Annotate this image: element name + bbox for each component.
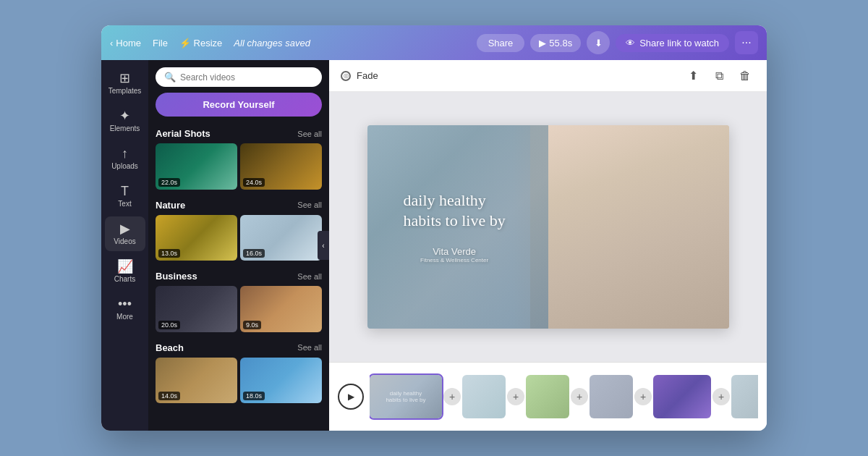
search-icon: 🔍 xyxy=(164,72,176,83)
timeline-add-1[interactable]: + xyxy=(443,388,461,405)
more-icon: ••• xyxy=(118,297,132,311)
play-time-button[interactable]: ▶ 55.8s xyxy=(530,34,581,52)
timeline-play-button[interactable]: ▶ xyxy=(338,384,364,410)
aerial-clip-1-duration: 22.0s xyxy=(158,178,180,187)
record-yourself-button[interactable]: Record Yourself xyxy=(156,93,322,117)
canvas-area: ◎ Fade ⬆ ⧉ 🗑 xyxy=(329,60,767,431)
top-bar-left: ‹ Home File ⚡ Resize All changes saved xyxy=(110,38,471,48)
more-options-button[interactable]: ··· xyxy=(735,31,758,54)
resize-menu[interactable]: ⚡ Resize xyxy=(179,38,222,48)
business-see-all[interactable]: See all xyxy=(297,272,322,281)
aerial-grid: 22.0s 24.0s xyxy=(148,143,329,197)
top-bar-menu: File ⚡ Resize All changes saved xyxy=(153,38,310,48)
app-window: ‹ Home File ⚡ Resize All changes saved S… xyxy=(101,25,767,431)
sidebar-item-text[interactable]: T Text xyxy=(105,179,145,214)
nature-clip-1[interactable]: 13.0s xyxy=(156,215,237,261)
delete-button[interactable]: 🗑 xyxy=(735,66,755,86)
timeline-clip-5[interactable] xyxy=(653,375,711,418)
nature-clip-2-duration: 16.0s xyxy=(243,249,265,258)
search-box[interactable]: 🔍 xyxy=(156,67,322,87)
beach-see-all[interactable]: See all xyxy=(297,343,322,352)
timeline-add-4[interactable]: + xyxy=(634,388,652,405)
nature-grid: 13.0s 16.0s xyxy=(148,215,329,269)
sidebar-item-templates[interactable]: ⊞ Templates xyxy=(105,66,145,101)
more-label: More xyxy=(116,313,133,321)
timeline-clip-4[interactable] xyxy=(590,375,633,418)
canvas-toolbar: ◎ Fade ⬆ ⧉ 🗑 xyxy=(329,60,767,92)
videos-panel: 🔍 Record Yourself Aerial Shots See all 2… xyxy=(148,60,329,431)
sidebar-item-uploads[interactable]: ↑ Uploads xyxy=(105,141,145,176)
beach-clip-1[interactable]: 14.0s xyxy=(156,358,237,404)
duplicate-button[interactable]: ⧉ xyxy=(709,66,729,86)
eye-icon: 👁 xyxy=(626,38,635,48)
timeline-add-2[interactable]: + xyxy=(507,388,524,405)
download-icon: ⬇ xyxy=(595,38,603,48)
aerial-see-all[interactable]: See all xyxy=(297,130,322,138)
toolbar-left: ◎ Fade xyxy=(341,70,378,81)
beach-clip-2-duration: 18.0s xyxy=(243,392,265,400)
search-input[interactable] xyxy=(180,72,313,83)
timeline-add-5[interactable]: + xyxy=(712,388,730,405)
share-toolbar-button[interactable]: ⬆ xyxy=(683,66,703,86)
charts-icon: 📈 xyxy=(117,260,133,273)
business-clip-1[interactable]: 20.0s xyxy=(156,286,237,332)
canvas-slide: daily healthy habits to live by Vita Ver… xyxy=(367,125,729,329)
home-label: Home xyxy=(116,38,141,48)
nature-clip-2[interactable]: 16.0s xyxy=(240,215,322,261)
nature-section-header: Nature See all xyxy=(148,197,329,215)
share-watch-button[interactable]: 👁 Share link to watch xyxy=(616,34,729,52)
charts-label: Charts xyxy=(114,275,135,283)
sidebar: ⊞ Templates ✦ Elements ↑ Uploads T Text … xyxy=(101,60,148,431)
resize-icon: ⚡ xyxy=(179,38,191,48)
slide-brand-name: Vita Verde xyxy=(404,246,506,257)
transition-label: Fade xyxy=(357,70,378,81)
business-clip-2-duration: 9.0s xyxy=(243,321,261,329)
aerial-clip-2[interactable]: 24.0s xyxy=(240,143,322,190)
slide-main-text-line1: daily healthy habits to live by xyxy=(404,190,506,232)
timeline-clips: daily healthyhabits to live by + + + xyxy=(370,371,758,422)
duration-label: 55.8s xyxy=(549,38,572,48)
templates-icon: ⊞ xyxy=(119,72,130,85)
uploads-label: Uploads xyxy=(111,162,138,170)
nature-title: Nature xyxy=(156,200,185,211)
sidebar-item-more[interactable]: ••• More xyxy=(105,292,145,326)
search-area: 🔍 xyxy=(148,60,329,93)
timeline-clip-6[interactable] xyxy=(731,375,758,418)
sidebar-item-elements[interactable]: ✦ Elements xyxy=(105,104,145,138)
timeline-clip-3[interactable] xyxy=(526,375,569,418)
sidebar-item-charts[interactable]: 📈 Charts xyxy=(105,254,145,289)
aerial-clip-2-duration: 24.0s xyxy=(243,178,265,187)
beach-title: Beach xyxy=(156,342,184,353)
videos-icon: ▶ xyxy=(120,222,130,235)
slide-brand-tagline: Fitness & Wellness Center xyxy=(404,257,506,263)
business-grid: 20.0s 9.0s xyxy=(148,286,329,339)
business-section-header: Business See all xyxy=(148,268,329,286)
sidebar-item-videos[interactable]: ▶ Videos xyxy=(105,216,145,251)
timeline-area: ▶ daily healthyhabits to live by + + xyxy=(329,362,767,431)
beach-grid: 14.0s 18.0s xyxy=(148,358,329,411)
timeline-add-3[interactable]: + xyxy=(571,388,588,405)
home-button[interactable]: ‹ Home xyxy=(110,38,141,48)
slide-text-area: daily healthy habits to live by Vita Ver… xyxy=(404,190,506,263)
business-clip-1-duration: 20.0s xyxy=(158,321,180,329)
videos-label: Videos xyxy=(114,237,135,245)
business-clip-2[interactable]: 9.0s xyxy=(240,286,322,332)
beach-clip-1-duration: 14.0s xyxy=(158,392,180,400)
slide-brand: Vita Verde Fitness & Wellness Center xyxy=(404,246,506,263)
text-label: Text xyxy=(118,200,131,208)
aerial-clip-1[interactable]: 22.0s xyxy=(156,143,237,190)
toolbar-right: ⬆ ⧉ 🗑 xyxy=(683,66,755,86)
share-button[interactable]: Share xyxy=(477,34,525,52)
aerial-section-header: Aerial Shots See all xyxy=(148,125,329,143)
top-bar-right: Share ▶ 55.8s ⬇ 👁 Share link to watch ··… xyxy=(477,31,758,54)
back-icon: ‹ xyxy=(110,38,113,48)
collapse-panel-button[interactable]: ‹ xyxy=(318,231,329,260)
timeline-clip-2[interactable] xyxy=(462,375,506,418)
download-button[interactable]: ⬇ xyxy=(587,31,610,54)
nature-see-all[interactable]: See all xyxy=(297,200,322,209)
business-title: Business xyxy=(156,271,197,282)
beach-clip-2[interactable]: 18.0s xyxy=(240,358,322,404)
file-menu[interactable]: File xyxy=(153,38,168,48)
elements-icon: ✦ xyxy=(119,109,130,122)
timeline-clip-1[interactable]: daily healthyhabits to live by xyxy=(370,375,442,418)
